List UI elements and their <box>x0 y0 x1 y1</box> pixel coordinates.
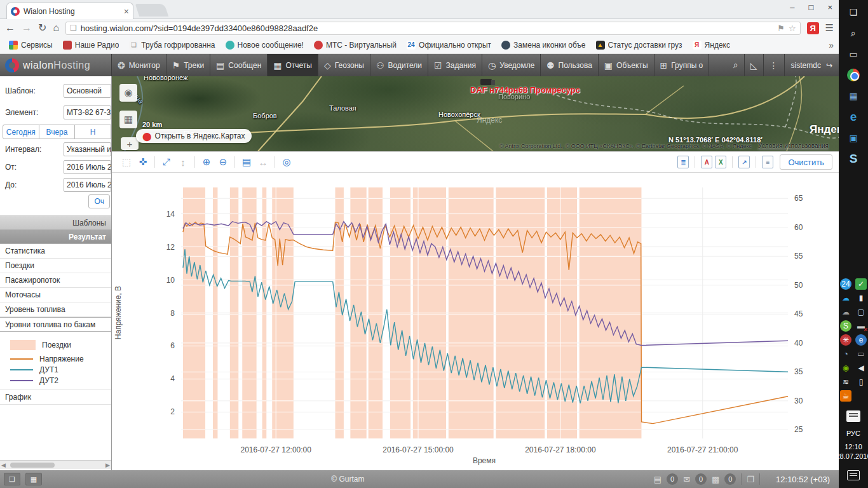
taskbar-chrome-icon[interactable] <box>844 67 863 83</box>
open-in-yandex-maps-button[interactable]: ⬤ Открыть в Яндекс.Картах <box>136 129 252 143</box>
bookmark-yandex[interactable]: ЯЯндекс <box>689 39 734 51</box>
clear-report-button[interactable]: Очистить <box>780 154 832 170</box>
section-templates[interactable]: Шаблоны <box>0 216 111 230</box>
tray-mouse-icon[interactable]: ▮ <box>855 292 867 304</box>
tray-volume-icon[interactable]: ◀ <box>855 362 867 374</box>
tray-alert-icon[interactable]: ✳ <box>840 334 851 346</box>
taskbar-store-icon[interactable]: ▣ <box>844 130 863 146</box>
stretch-x-icon[interactable]: ↔ <box>255 154 271 170</box>
flag-icon[interactable]: ⚑ <box>777 24 785 33</box>
forward-icon[interactable]: → <box>22 23 32 33</box>
tray-skype-icon[interactable]: S <box>840 320 851 332</box>
nav-notifications[interactable]: ◷Уведомле <box>482 54 541 76</box>
taskbar-taskview-icon[interactable]: ▭ <box>844 46 863 62</box>
nav-reports[interactable]: ▦Отчеты <box>268 54 318 76</box>
home-icon[interactable]: ⌂ <box>53 23 59 33</box>
tray-scheduler-icon[interactable]: ◔ <box>840 348 851 360</box>
taskbar-clock[interactable]: 12:10 28.07.2016 <box>836 442 868 461</box>
nav-users[interactable]: ⚉Пользова <box>541 54 599 76</box>
tray-display-icon[interactable]: ▢ <box>855 306 867 318</box>
taskbar-apps-icon[interactable]: ▦ <box>844 88 863 104</box>
chart-area[interactable]: 24681012142530354045505560652016-07-27 1… <box>112 173 839 470</box>
to-date-input[interactable]: 2016 Июль 2 <box>64 178 111 192</box>
map-visibility-button[interactable]: ◉ <box>119 84 137 102</box>
map-zoom-in-button[interactable]: + <box>121 137 139 150</box>
export-excel-icon[interactable]: X <box>715 156 726 168</box>
nav-search-button[interactable]: ⌕ <box>728 54 745 76</box>
nav-units[interactable]: ▣Объекты <box>599 54 654 76</box>
address-bar[interactable]: ❏ hosting.wialon.com/?sid=0194de397dd334… <box>65 22 800 35</box>
yandex-extension-icon[interactable]: Я <box>807 22 819 34</box>
tray-check-icon[interactable]: ✓ <box>855 278 867 290</box>
nav-geofences[interactable]: ◇Геозоны <box>318 54 370 76</box>
scroll-right-icon[interactable]: ▶ <box>105 462 110 468</box>
nav-tracks[interactable]: ⚑Треки <box>166 54 211 76</box>
bookmark-novoe-soobshchenie[interactable]: Новое сообщение! <box>222 39 308 51</box>
nav-drivers[interactable]: ⚇Водители <box>370 54 428 76</box>
browser-menu-icon[interactable]: ☰ <box>825 22 834 34</box>
tab-close-icon[interactable]: × <box>124 6 129 17</box>
report-chart[interactable]: 24681012142530354045505560652016-07-27 1… <box>112 173 839 470</box>
maximize-icon[interactable]: □ <box>809 3 814 12</box>
print-icon[interactable]: ≡ <box>762 156 773 168</box>
section-results[interactable]: Результат <box>0 230 111 244</box>
action-center-icon[interactable] <box>847 470 860 480</box>
fit-screen-icon[interactable]: ⤢ <box>158 154 175 170</box>
result-item[interactable]: Статистика <box>0 244 111 259</box>
taskbar-skype-icon[interactable]: S <box>844 151 863 167</box>
stretch-y-icon[interactable]: ↕ <box>175 154 191 170</box>
export-pdf-icon[interactable]: A <box>701 156 712 168</box>
tray-power-icon[interactable]: ▯ <box>855 376 867 388</box>
scroll-left-icon[interactable]: ◀ <box>1 462 6 468</box>
back-icon[interactable]: ← <box>5 23 15 33</box>
template-select[interactable]: Основной <box>64 84 111 98</box>
taskbar-edge-icon[interactable]: e <box>844 109 863 125</box>
nav-messages[interactable]: ▤Сообщен <box>210 54 268 76</box>
nav-monitoring[interactable]: ❂Монитор <box>112 54 166 76</box>
tray-message-icon[interactable] <box>846 410 860 422</box>
report-template-icon[interactable]: ≣ <box>677 156 689 168</box>
close-icon[interactable]: × <box>827 3 832 12</box>
map-terms-link[interactable]: Условия использования <box>758 142 829 149</box>
browser-tab[interactable]: Wialon Hosting × <box>6 3 133 19</box>
scrollbar-thumb[interactable] <box>10 463 55 468</box>
legend-panel-icon[interactable]: ▤ <box>238 154 255 170</box>
quick-button-1[interactable]: Вчера <box>39 125 76 139</box>
url-text[interactable]: hosting.wialon.com/?sid=0194de397dd33400… <box>81 24 773 33</box>
unit-truck-icon[interactable] <box>480 79 492 85</box>
from-date-input[interactable]: 2016 Июль 2 <box>64 160 111 174</box>
layout-window-button[interactable]: ❏ <box>4 473 20 485</box>
export-file-icon[interactable]: ↗ <box>738 156 750 168</box>
form-clear-button[interactable]: Оч <box>88 194 110 208</box>
sidebar-horizontal-scrollbar[interactable]: ◀ ▶ <box>0 460 111 469</box>
bookmark-mts[interactable]: МТС - Виртуальный <box>310 39 400 51</box>
bookmark-services[interactable]: Сервисы <box>5 39 57 51</box>
language-indicator[interactable]: РУС <box>846 430 860 437</box>
bookmark-24[interactable]: 24Официально открыт <box>403 39 495 51</box>
quick-button-0[interactable]: Сегодня <box>3 125 39 139</box>
follow-icon[interactable]: ◎ <box>278 154 295 170</box>
bookmark-star-icon[interactable]: ☆ <box>789 24 796 33</box>
map-panel[interactable]: НововоронежвицаБобровТаловаяНовохопёрскП… <box>112 76 839 151</box>
tray-wifi-icon[interactable]: ≋ <box>840 376 851 388</box>
map-layers-button[interactable]: ▦ <box>119 111 137 128</box>
unit-label[interactable]: DAF н744рн68 Промресурс <box>470 85 580 95</box>
taskbar-window-icon[interactable]: ❏ <box>844 4 863 20</box>
nav-unit-groups[interactable]: ⊞Группы о <box>654 54 710 76</box>
result-item[interactable]: Пасажиропоток <box>0 273 111 288</box>
reload-icon[interactable]: ↻ <box>38 23 46 33</box>
result-item[interactable]: Уровни топлива по бакам <box>0 317 111 332</box>
user-menu[interactable]: sistemdc ↪ <box>785 54 839 76</box>
pan-icon[interactable]: ✜ <box>135 154 151 170</box>
nav-jobs[interactable]: ☑Задания <box>428 54 482 76</box>
tray-nvidia-icon[interactable]: ◉ <box>840 362 851 374</box>
bookmark-zamena-ikonki[interactable]: Замена иконки объе <box>498 39 589 51</box>
reports-counter-icon[interactable]: ▤ <box>654 475 661 484</box>
log-icon[interactable]: ❐ <box>747 475 754 484</box>
interval-select[interactable]: Указанный и <box>64 142 111 156</box>
new-tab-button[interactable] <box>135 4 168 17</box>
result-item[interactable]: Поездки <box>0 259 111 273</box>
media-counter-icon[interactable]: ▩ <box>712 475 719 484</box>
quick-button-2[interactable]: Н <box>75 125 111 139</box>
bookmark-truba[interactable]: ❏Труба гофрированна <box>125 39 219 51</box>
